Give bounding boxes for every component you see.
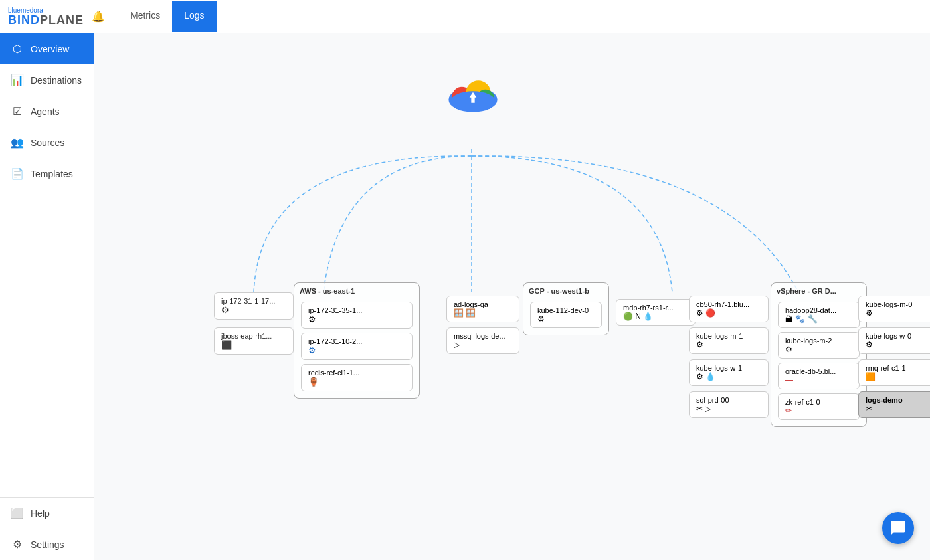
topbar: bluemedora BIND PLANE 🔔 Metrics Logs [0, 0, 930, 33]
sidebar-item-settings-label: Settings [31, 539, 64, 550]
node-ip-172-31-35-1[interactable]: ip-172-31-35-1... ⚙ [301, 302, 413, 329]
sidebar-bottom: ⬜ Help ⚙ Settings [0, 497, 94, 560]
sidebar-item-help[interactable]: ⬜ Help [0, 498, 94, 529]
sidebar-item-templates[interactable]: 📄 Templates [0, 158, 94, 189]
node-icons: ✏ [785, 406, 852, 415]
node-hadoop28[interactable]: hadoop28-dat... 🏔 🐾 🔧 [778, 302, 860, 328]
node-icons: ⚙ [537, 314, 595, 324]
node-redis-ref-cl1[interactable]: redis-ref-cl1-1... 🏺 [301, 364, 413, 391]
node-icons: ⚙ [308, 314, 405, 324]
node-label: kube-logs-m-2 [785, 337, 852, 345]
sidebar-item-sources-label: Sources [31, 138, 64, 148]
node-label: logs-demo [866, 396, 930, 404]
node-label: kube-logs-w-0 [866, 332, 930, 340]
node-label: redis-ref-cl1-1... [308, 369, 405, 377]
group-aws-us-east-1: AWS - us-east-1 ip-172-31-35-1... ⚙ ip-1… [294, 282, 420, 399]
node-icons: ✂ ▷ [696, 404, 761, 413]
node-label: oracle-db-5.bl... [785, 367, 852, 375]
notification-bell-icon[interactable]: 🔔 [92, 10, 105, 23]
node-label: jboss-eap-rh1... [221, 332, 286, 340]
settings-icon: ⚙ [11, 538, 24, 551]
node-icons: ⚙ [785, 345, 852, 354]
logo-bind: BIND [8, 14, 40, 26]
node-kube-logs-m0[interactable]: kube-logs-m-0 ⚙ [858, 296, 930, 322]
node-kube-logs-m2[interactable]: kube-logs-m-2 ⚙ [778, 332, 860, 359]
node-ip-172-31-10-2[interactable]: ip-172-31-10-2... ⚙ [301, 333, 413, 360]
node-label: kube-112-dev-0 [537, 306, 595, 314]
node-ip-172-31-1-17[interactable]: ip-172-31-1-17... ⚙ [214, 292, 294, 320]
logo-blue-text: bluemedora [8, 7, 84, 14]
sidebar-item-agents-label: Agents [31, 106, 60, 117]
sidebar-item-overview[interactable]: ⬡ Overview [0, 33, 94, 64]
node-oracle-db5[interactable]: oracle-db-5.bl... — [778, 363, 860, 389]
help-icon: ⬜ [11, 507, 24, 519]
group-gcp-label: GCP - us-west1-b [529, 287, 589, 295]
tab-metrics[interactable]: Metrics [118, 1, 172, 32]
sidebar-item-settings[interactable]: ⚙ Settings [0, 529, 94, 560]
node-icons: ⚙ 💧 [696, 372, 761, 381]
node-label: ip-172-31-10-2... [308, 337, 405, 345]
node-ad-logs-qa[interactable]: ad-logs-qa 🪟 🪟 [446, 296, 519, 322]
node-mssql-logs-de[interactable]: mssql-logs-de... ▷ [446, 327, 519, 354]
group-vsphere: vSphere - GR D... hadoop28-dat... 🏔 🐾 🔧 … [771, 282, 867, 427]
node-icons: ⚙ [866, 340, 930, 349]
node-jboss-eap[interactable]: jboss-eap-rh1... ⬛ [214, 327, 294, 355]
right-cluster: kube-logs-m-0 ⚙ kube-logs-w-0 ⚙ rmq-ref-… [858, 296, 930, 418]
node-label: ip-172-31-1-17... [221, 297, 286, 305]
node-icons: 🪟 🪟 [454, 308, 512, 318]
sidebar-item-destinations[interactable]: 📊 Destinations [0, 64, 94, 96]
google-cloud-icon [446, 70, 500, 116]
node-label: ip-172-31-35-1... [308, 306, 405, 314]
sidebar: ⬡ Overview 📊 Destinations ☑ Agents 👥 Sou… [0, 33, 94, 560]
node-icons: ⚙ [696, 340, 761, 349]
node-kube-logs-w0[interactable]: kube-logs-w-0 ⚙ [858, 327, 930, 354]
node-sql-prd-00[interactable]: sql-prd-00 ✂ ▷ [689, 391, 769, 418]
destinations-icon: 📊 [11, 74, 24, 86]
node-label: mdb-rh7-rs1-r... [623, 304, 688, 312]
node-label: sql-prd-00 [696, 396, 761, 404]
node-icons: 🏺 [308, 377, 405, 387]
node-label: ad-logs-qa [454, 300, 512, 308]
group-aws-label: AWS - us-east-1 [300, 287, 355, 295]
node-icons: ⚙ 🔴 [696, 308, 761, 318]
node-label: cb50-rh7-1.blu... [696, 300, 761, 308]
sidebar-item-help-label: Help [31, 508, 50, 519]
node-icons: 🏔 🐾 🔧 [785, 314, 852, 324]
node-label: kube-logs-m-1 [696, 332, 761, 340]
center-nodes: ad-logs-qa 🪟 🪟 mssql-logs-de... ▷ [446, 296, 519, 354]
node-icons: ⚙ [308, 345, 405, 355]
chat-bubble-button[interactable] [882, 512, 914, 544]
cb50-cluster: cb50-rh7-1.blu... ⚙ 🔴 kube-logs-m-1 ⚙ ku… [689, 296, 769, 418]
node-zk-ref-c1-0[interactable]: zk-ref-c1-0 ✏ [778, 393, 860, 420]
node-label: mssql-logs-de... [454, 332, 512, 340]
node-rmq-ref-c1-1[interactable]: rmq-ref-c1-1 🟧 [858, 359, 930, 386]
node-icons: 🟧 [866, 372, 930, 381]
node-mdb-rh7[interactable]: mdb-rh7-rs1-r... 🟢 N 💧 [616, 299, 696, 326]
node-icons: — [785, 375, 852, 385]
node-icons: ✂ [866, 404, 930, 413]
node-logs-demo[interactable]: logs-demo ✂ [858, 391, 930, 418]
left-cluster: ip-172-31-1-17... ⚙ jboss-eap-rh1... ⬛ [214, 292, 294, 355]
network-diagram: ip-172-31-1-17... ⚙ jboss-eap-rh1... ⬛ A… [94, 33, 930, 560]
sidebar-item-agents[interactable]: ☑ Agents [0, 96, 94, 127]
group-vsphere-label: vSphere - GR D... [777, 287, 836, 295]
node-cb50-rh7[interactable]: cb50-rh7-1.blu... ⚙ 🔴 [689, 296, 769, 322]
sidebar-item-sources[interactable]: 👥 Sources [0, 127, 94, 158]
sidebar-item-overview-label: Overview [31, 44, 69, 54]
node-label: kube-logs-w-1 [696, 364, 761, 372]
node-label: rmq-ref-c1-1 [866, 364, 930, 372]
sidebar-item-destinations-label: Destinations [31, 75, 82, 86]
node-icons: ▷ [454, 340, 512, 349]
node-icons: 🟢 N 💧 [623, 312, 688, 321]
agents-icon: ☑ [11, 105, 24, 118]
node-icons: ⚙ [221, 305, 286, 315]
group-gcp-us-west1b: GCP - us-west1-b kube-112-dev-0 ⚙ [523, 282, 609, 335]
node-kube-112-dev-0[interactable]: kube-112-dev-0 ⚙ [530, 302, 602, 328]
templates-icon: 📄 [11, 167, 24, 180]
overview-icon: ⬡ [11, 43, 24, 55]
node-icons: ⚙ [866, 308, 930, 318]
logo-plane: PLANE [40, 14, 84, 26]
node-kube-logs-m1[interactable]: kube-logs-m-1 ⚙ [689, 327, 769, 354]
tab-logs[interactable]: Logs [172, 1, 216, 32]
node-kube-logs-w1[interactable]: kube-logs-w-1 ⚙ 💧 [689, 359, 769, 386]
